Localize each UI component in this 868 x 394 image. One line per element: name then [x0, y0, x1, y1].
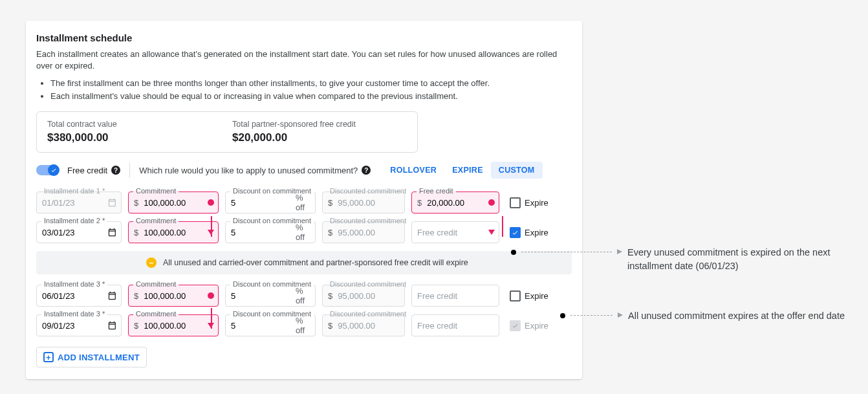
currency-prefix: $	[323, 228, 332, 237]
add-installment-button[interactable]: + ADD INSTALLMENT	[36, 347, 147, 367]
expire-checkbox[interactable]	[510, 197, 521, 208]
date-input[interactable]	[37, 321, 107, 331]
discounted-label: Discounted commitment	[327, 217, 409, 224]
commitment-input[interactable]	[138, 321, 218, 331]
installment-date-field[interactable]: Installment date 3 *	[36, 314, 122, 336]
free-credit-field[interactable]	[411, 221, 499, 243]
commitment-input[interactable]	[138, 198, 218, 208]
discount-field[interactable]: Discount on commitment % off	[225, 221, 316, 243]
total-freecredit-value: $20,000.00	[232, 131, 407, 144]
commitment-label: Commitment	[133, 280, 179, 288]
pct-off-suffix: % off	[296, 193, 315, 212]
pct-off-suffix: % off	[296, 223, 315, 242]
date-label: Installment date 3 *	[41, 310, 107, 318]
currency-prefix: $	[129, 198, 138, 208]
annotation: Every unused commitment is expired on th…	[511, 246, 860, 273]
installment-row: Installment date 3 * Commitment $ Discou…	[36, 311, 572, 340]
rule-question: Which rule would you like to apply to un…	[139, 166, 358, 175]
installment-date-field[interactable]: Installment date 1 *	[36, 192, 122, 213]
commitment-label: Commitment	[133, 310, 179, 318]
expire-control[interactable]: Expire	[510, 227, 548, 238]
custom-button[interactable]: CUSTOM	[491, 162, 543, 179]
commitment-field[interactable]: Commitment $	[128, 221, 219, 243]
expire-control: Expire	[510, 320, 548, 331]
card-title: Installment schedule	[36, 32, 572, 43]
discount-label: Discount on commitment	[230, 217, 314, 224]
expire-label: Expire	[525, 291, 548, 301]
commitment-label: Commitment	[133, 187, 179, 195]
discount-field[interactable]: Discount on commitment % off	[225, 192, 316, 213]
discount-input[interactable]	[226, 198, 296, 208]
installment-row: Installment date 3 * Commitment $ Discou…	[36, 281, 572, 311]
free-credit-input[interactable]	[422, 198, 499, 208]
date-input[interactable]	[37, 291, 107, 301]
calendar-icon	[107, 226, 117, 238]
free-credit-label: Free credit	[67, 166, 107, 175]
help-icon[interactable]: ?	[111, 166, 120, 175]
total-contract-label: Total contract value	[47, 120, 222, 129]
discounted-input	[332, 228, 404, 237]
annotation: All unused commitment expires at the off…	[560, 309, 845, 323]
free-credit-input[interactable]	[412, 291, 499, 301]
expire-checkbox[interactable]	[510, 290, 521, 301]
discount-input[interactable]	[226, 321, 296, 331]
discounted-label: Discounted commitment	[327, 187, 409, 195]
annotation-text: Every unused commitment is expired on th…	[627, 246, 860, 273]
commitment-field[interactable]: Commitment $	[128, 314, 219, 336]
commitment-label: Commitment	[133, 217, 179, 224]
free-credit-toggle[interactable]	[36, 165, 58, 175]
expire-checkbox[interactable]	[510, 227, 521, 238]
help-icon[interactable]: ?	[362, 166, 371, 175]
discount-label: Discount on commitment	[230, 310, 314, 318]
note-item: Each installment's value should be equal…	[50, 90, 572, 103]
discounted-label: Discounted commitment	[327, 310, 409, 318]
summary-box: Total contract value $380,000.00 Total p…	[36, 111, 418, 153]
annotation-line	[570, 315, 613, 316]
free-credit-input[interactable]	[412, 321, 499, 331]
currency-prefix: $	[129, 321, 138, 331]
rule-bar: Free credit ? Which rule would you like …	[36, 162, 572, 179]
expire-control[interactable]: Expire	[510, 290, 548, 301]
notes-list: The first installment can be three month…	[36, 77, 572, 102]
installment-date-field[interactable]: Installment date 2 *	[36, 221, 122, 243]
pct-off-suffix: % off	[296, 286, 315, 305]
free-credit-field[interactable]	[411, 285, 499, 307]
date-input[interactable]	[37, 228, 107, 237]
discount-input[interactable]	[226, 291, 296, 301]
date-input[interactable]	[37, 198, 107, 208]
free-credit-field-label: Free credit	[417, 187, 456, 195]
expire-button[interactable]: EXPIRE	[444, 162, 491, 179]
free-credit-field[interactable]	[411, 314, 499, 336]
commitment-input[interactable]	[138, 228, 218, 237]
calendar-icon	[107, 197, 117, 208]
installment-schedule-card: Installment schedule Each installment cr…	[26, 21, 582, 379]
rollover-button[interactable]: ROLLOVER	[382, 162, 444, 179]
expire-control[interactable]: Expire	[510, 197, 548, 208]
discount-input[interactable]	[226, 228, 296, 237]
free-credit-field[interactable]: Free credit $	[411, 192, 499, 213]
total-freecredit-label: Total partner-sponsored free credit	[232, 120, 407, 129]
annotation-text: All unused commitment expires at the off…	[628, 309, 845, 323]
commitment-field[interactable]: Commitment $	[128, 285, 219, 307]
currency-prefix: $	[323, 198, 332, 208]
discount-field[interactable]: Discount on commitment % off	[225, 285, 316, 307]
installment-row: Installment date 2 * Commitment $ Discou…	[36, 217, 572, 247]
highlight-dot-icon	[208, 199, 214, 206]
discounted-commitment-field: Discounted commitment $	[322, 221, 405, 243]
annotation-bullet-icon	[560, 313, 565, 318]
discount-label: Discount on commitment	[230, 280, 314, 288]
commitment-input[interactable]	[138, 291, 218, 301]
installment-date-field[interactable]: Installment date 3 *	[36, 285, 122, 307]
currency-prefix: $	[412, 198, 422, 208]
pct-off-suffix: % off	[296, 316, 315, 335]
discount-field[interactable]: Discount on commitment % off	[225, 314, 316, 336]
banner-text: All unused and carried-over commitment a…	[163, 258, 468, 267]
check-icon	[50, 167, 57, 173]
free-credit-input[interactable]	[412, 228, 499, 237]
installment-row: Installment date 1 * Commitment $ Discou…	[36, 188, 572, 217]
discounted-input	[332, 321, 404, 331]
expire-label: Expire	[525, 321, 548, 331]
commitment-field[interactable]: Commitment $	[128, 192, 219, 213]
date-label: Installment date 1 *	[41, 187, 107, 195]
discount-label: Discount on commitment	[230, 187, 314, 195]
